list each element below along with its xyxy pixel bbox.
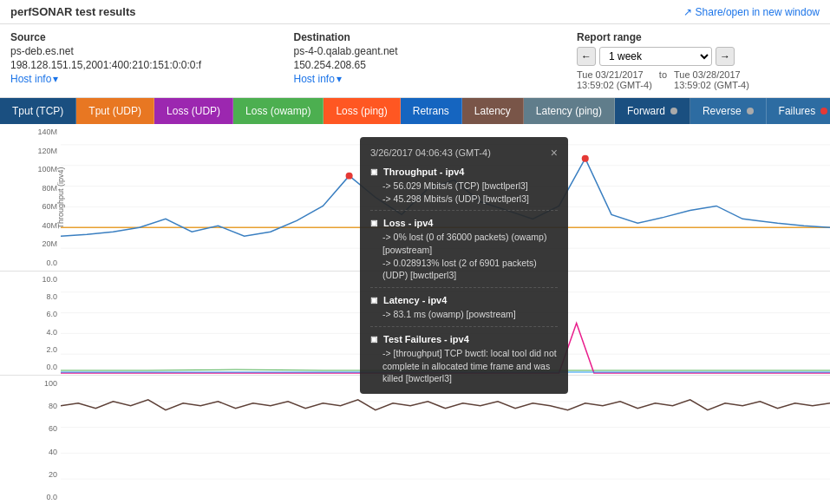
tooltip-loss-title: ▣ Loss - ipv4 <box>370 218 558 228</box>
tooltip-failures-title: ▣ Test Failures - ipv4 <box>370 334 558 344</box>
tab-retrans[interactable]: Retrans <box>401 98 462 124</box>
tooltip-latency-title: ▣ Latency - ipv4 <box>370 295 558 305</box>
tab-tput-tcp[interactable]: Tput (TCP) <box>0 98 76 124</box>
tab-loss-owamp[interactable]: Loss (owamp) <box>233 98 324 124</box>
chart3-y-axis: 100806040200.0 <box>0 376 61 504</box>
destination-section: Destination ps-4-0.qalab.geant.net 150.2… <box>294 31 560 85</box>
tooltip-section-throughput: ▣ Throughput - ipv4 -> 56.029 Mbits/s (T… <box>370 167 558 211</box>
dir-tab-failures[interactable]: Failures <box>767 98 830 124</box>
tab-latency-ping[interactable]: Latency (ping) <box>524 98 615 124</box>
dir-tab-reverse[interactable]: Reverse <box>690 98 767 124</box>
app-title: perfSONAR test results <box>10 5 135 18</box>
share-link[interactable]: ↗ Share/open in new window <box>683 6 820 18</box>
svg-point-8 <box>582 155 589 162</box>
tab-loss-ping[interactable]: Loss (ping) <box>324 98 400 124</box>
chart1-y-axis: 140M120M100M80M60M40M20M0.0 <box>0 124 61 271</box>
chevron-down-icon: ▾ <box>337 73 342 85</box>
tooltip-failures-item-0: -> [throughput] TCP bwctl: local tool di… <box>382 347 558 385</box>
app-container: perfSONAR test results ↗ Share/open in n… <box>0 0 830 504</box>
svg-point-7 <box>346 173 353 180</box>
tooltip-header: 3/26/2017 04:06:43 (GMT-4) × <box>370 146 558 160</box>
chart2-y-axis: 10.08.06.04.02.00.0 <box>0 272 61 375</box>
destination-hostname: ps-4-0.qalab.geant.net <box>294 45 560 57</box>
chart3-svg <box>61 376 830 504</box>
tooltip-section-loss: ▣ Loss - ipv4 -> 0% lost (0 of 36000 pac… <box>370 218 558 288</box>
top-bar: perfSONAR test results ↗ Share/open in n… <box>0 0 830 24</box>
to-label: to <box>659 69 667 90</box>
from-date: Tue 03/21/2017 13:59:02 (GMT-4) <box>577 69 652 90</box>
next-range-button[interactable]: → <box>716 47 735 66</box>
latency-icon: ▣ <box>370 296 378 304</box>
tooltip-loss-item-1: -> 0.028913% lost (2 of 6901 packets) (U… <box>382 257 558 282</box>
tooltip-timestamp: 3/26/2017 04:06:43 (GMT-4) <box>370 147 491 158</box>
tooltip-throughput-title: ▣ Throughput - ipv4 <box>370 167 558 177</box>
source-ip: 198.128.151.15,2001:400:210:151:0:0:0:f <box>10 59 277 71</box>
tooltip-close-button[interactable]: × <box>551 146 558 160</box>
destination-ip: 150.254.208.65 <box>294 59 560 71</box>
report-range-label: Report range <box>577 31 642 43</box>
tab-latency[interactable]: Latency <box>462 98 524 124</box>
tooltip-section-failures: ▣ Test Failures - ipv4 -> [throughput] T… <box>370 334 558 385</box>
source-host-info-link[interactable]: Host info ▾ <box>10 73 58 85</box>
source-hostname: ps-deb.es.net <box>10 45 277 57</box>
destination-host-info-link[interactable]: Host info ▾ <box>294 73 342 85</box>
tooltip: 3/26/2017 04:06:43 (GMT-4) × ▣ Throughpu… <box>360 137 568 394</box>
chart3-svg-container <box>61 376 830 504</box>
to-date: Tue 03/28/2017 13:59:02 (GMT-4) <box>674 69 749 90</box>
tooltip-throughput-item-0: -> 56.029 Mbits/s (TCP) [bwctlperl3] <box>382 180 558 193</box>
source-label: Source <box>10 31 277 43</box>
loss-icon: ▣ <box>370 219 378 227</box>
date-range: Tue 03/21/2017 13:59:02 (GMT-4) to Tue 0… <box>577 69 749 90</box>
range-controls: ← 1 day 2 days 3 days 1 week 2 weeks 1 m… <box>577 47 735 66</box>
info-bar: Source ps-deb.es.net 198.128.151.15,2001… <box>0 24 830 98</box>
range-select[interactable]: 1 day 2 days 3 days 1 week 2 weeks 1 mon… <box>599 47 712 66</box>
tab-tput-udp[interactable]: Tput (UDP) <box>76 98 154 124</box>
chart-area: 140M120M100M80M60M40M20M0.0 <box>0 124 830 504</box>
tooltip-loss-item-0: -> 0% lost (0 of 36000 packets) (owamp) … <box>382 231 558 256</box>
tooltip-latency-item-0: -> 83.1 ms (owamp) [powstream] <box>382 308 558 321</box>
failures-icon: ▣ <box>370 335 378 344</box>
dir-tab-forward[interactable]: Forward <box>615 98 690 124</box>
destination-label: Destination <box>294 31 560 43</box>
chart1-y-label: Throughput (ipv4) <box>56 146 65 250</box>
report-range-section: Report range ← 1 day 2 days 3 days 1 wee… <box>577 31 820 90</box>
source-section: Source ps-deb.es.net 198.128.151.15,2001… <box>10 31 277 85</box>
throughput-icon: ▣ <box>370 167 378 176</box>
tooltip-section-latency: ▣ Latency - ipv4 -> 83.1 ms (owamp) [pow… <box>370 295 558 327</box>
prev-range-button[interactable]: ← <box>577 47 596 66</box>
chevron-down-icon: ▾ <box>53 73 58 85</box>
tab-bar: Tput (TCP) Tput (UDP) Loss (UDP) Loss (o… <box>0 98 830 124</box>
share-icon: ↗ <box>683 6 692 18</box>
tab-loss-udp[interactable]: Loss (UDP) <box>154 98 233 124</box>
tooltip-throughput-item-1: -> 45.298 Mbits/s (UDP) [bwctlperl3] <box>382 193 558 206</box>
latency-chart: 100806040200.0 <box>0 376 830 504</box>
